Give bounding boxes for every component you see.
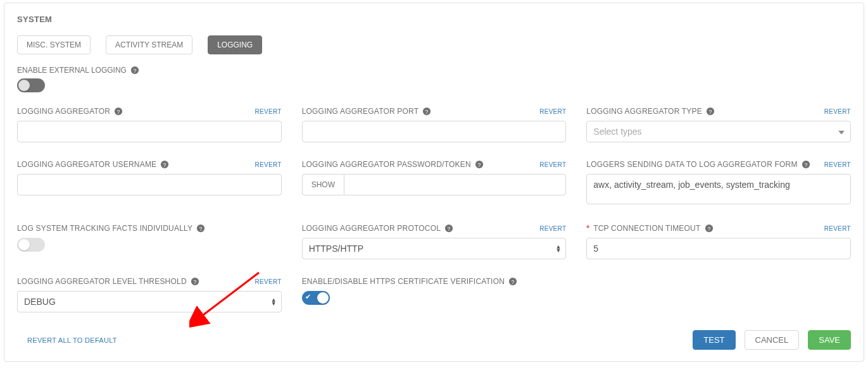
svg-text:?: ? [425, 109, 429, 115]
svg-text:?: ? [193, 279, 196, 285]
help-icon[interactable]: ? [444, 224, 453, 233]
revert-link[interactable]: REVERT [824, 108, 851, 115]
test-button[interactable]: TEST [693, 330, 735, 350]
field-label: LOGGING AGGREGATOR TYPE [586, 107, 702, 116]
help-icon[interactable]: ? [114, 107, 123, 116]
help-icon[interactable]: ? [130, 66, 139, 75]
footer-bar: REVERT ALL TO DEFAULT TEST CANCEL SAVE [17, 330, 851, 350]
help-icon[interactable]: ? [196, 224, 205, 233]
form-grid: LOGGING AGGREGATOR ? REVERT LOGGING AGGR… [17, 106, 851, 312]
logging-aggregator-username-input[interactable] [17, 174, 282, 195]
field-logging-aggregator: LOGGING AGGREGATOR ? REVERT [17, 106, 282, 142]
field-logging-aggregator-username: LOGGING AGGREGATOR USERNAME ? REVERT [17, 159, 282, 206]
field-aggregator-protocol: LOGGING AGGREGATOR PROTOCOL ? REVERT ▲▼ [302, 223, 567, 259]
field-tcp-timeout: * TCP CONNECTION TIMEOUT ? REVERT [586, 223, 851, 259]
show-password-button[interactable]: SHOW [302, 174, 344, 195]
logging-aggregator-port-input[interactable] [302, 121, 567, 142]
tab-activity-stream[interactable]: ACTIVITY STREAM [106, 35, 192, 54]
field-https-verify: ENABLE/DISABLE HTTPS CERTIFICATE VERIFIC… [302, 276, 567, 312]
svg-text:?: ? [708, 109, 712, 115]
field-logging-aggregator-password: LOGGING AGGREGATOR PASSWORD/TOKEN ? REVE… [302, 159, 567, 206]
svg-text:?: ? [134, 68, 137, 74]
revert-link[interactable]: REVERT [824, 225, 851, 232]
field-logging-aggregator-port: LOGGING AGGREGATOR PORT ? REVERT [302, 106, 567, 142]
enable-external-logging-toggle[interactable] [17, 78, 45, 92]
field-label: LOG SYSTEM TRACKING FACTS INDIVIDUALLY [17, 224, 192, 233]
revert-link[interactable]: REVERT [255, 278, 281, 285]
save-button[interactable]: SAVE [808, 330, 851, 350]
field-label: LOGGING AGGREGATOR LEVEL THRESHOLD [17, 277, 187, 286]
empty-cell [586, 276, 851, 312]
logging-aggregator-input[interactable] [17, 121, 282, 142]
system-panel: SYSTEM MISC. SYSTEM ACTIVITY STREAM LOGG… [4, 3, 864, 362]
field-label: LOGGERS SENDING DATA TO LOG AGGREGATOR F… [586, 160, 797, 169]
level-threshold-select[interactable] [17, 291, 282, 312]
settings-tabs: MISC. SYSTEM ACTIVITY STREAM LOGGING [17, 35, 851, 54]
svg-text:?: ? [117, 109, 120, 115]
check-icon: ✔ [305, 293, 311, 301]
field-level-threshold: LOGGING AGGREGATOR LEVEL THRESHOLD ? REV… [17, 276, 282, 312]
field-label: TCP CONNECTION TIMEOUT [593, 224, 700, 233]
loggers-form-textarea[interactable] [586, 174, 851, 204]
revert-link[interactable]: REVERT [255, 161, 281, 168]
revert-link[interactable]: REVERT [539, 161, 566, 168]
help-icon[interactable]: ? [508, 277, 517, 286]
field-log-tracking-facts: LOG SYSTEM TRACKING FACTS INDIVIDUALLY ? [17, 223, 282, 259]
tab-misc-system[interactable]: MISC. SYSTEM [17, 35, 91, 54]
revert-link[interactable]: REVERT [255, 108, 281, 115]
revert-link[interactable]: REVERT [539, 225, 566, 232]
field-label: LOGGING AGGREGATOR PASSWORD/TOKEN [302, 160, 471, 169]
field-label: LOGGING AGGREGATOR [17, 107, 110, 116]
help-icon[interactable]: ? [160, 160, 169, 169]
svg-text:?: ? [804, 162, 807, 168]
required-star-icon: * [586, 224, 589, 233]
help-icon[interactable]: ? [802, 160, 810, 169]
svg-text:?: ? [448, 226, 451, 232]
enable-external-logging-label: ENABLE EXTERNAL LOGGING [17, 66, 127, 75]
field-logging-aggregator-type: LOGGING AGGREGATOR TYPE ? REVERT [586, 106, 851, 142]
panel-title: SYSTEM [17, 15, 851, 24]
logging-aggregator-password-input[interactable] [344, 174, 566, 195]
help-icon[interactable]: ? [422, 107, 431, 116]
tcp-timeout-input[interactable] [586, 238, 851, 259]
svg-text:?: ? [512, 279, 515, 285]
svg-text:?: ? [707, 226, 710, 232]
tab-logging[interactable]: LOGGING [208, 35, 262, 54]
https-verify-toggle[interactable]: ✔ [302, 291, 330, 305]
svg-text:?: ? [163, 162, 167, 168]
logging-aggregator-type-select[interactable] [586, 121, 851, 142]
field-label: ENABLE/DISABLE HTTPS CERTIFICATE VERIFIC… [302, 277, 505, 286]
help-icon[interactable]: ? [706, 107, 715, 116]
help-icon[interactable]: ? [475, 160, 484, 169]
enable-external-logging-section: ENABLE EXTERNAL LOGGING ? [17, 66, 851, 94]
svg-text:?: ? [477, 162, 481, 168]
field-label: LOGGING AGGREGATOR USERNAME [17, 160, 156, 169]
revert-link[interactable]: REVERT [824, 161, 851, 168]
field-label: LOGGING AGGREGATOR PORT [302, 107, 419, 116]
revert-all-link[interactable]: REVERT ALL TO DEFAULT [17, 336, 117, 344]
svg-text:?: ? [199, 226, 203, 232]
help-icon[interactable]: ? [191, 277, 199, 286]
field-label: LOGGING AGGREGATOR PROTOCOL [302, 224, 441, 233]
revert-link[interactable]: REVERT [539, 108, 566, 115]
cancel-button[interactable]: CANCEL [745, 330, 800, 350]
help-icon[interactable]: ? [705, 224, 714, 233]
field-loggers-form: LOGGERS SENDING DATA TO LOG AGGREGATOR F… [586, 159, 851, 206]
log-tracking-facts-toggle[interactable] [17, 238, 45, 252]
aggregator-protocol-select[interactable] [302, 238, 567, 259]
